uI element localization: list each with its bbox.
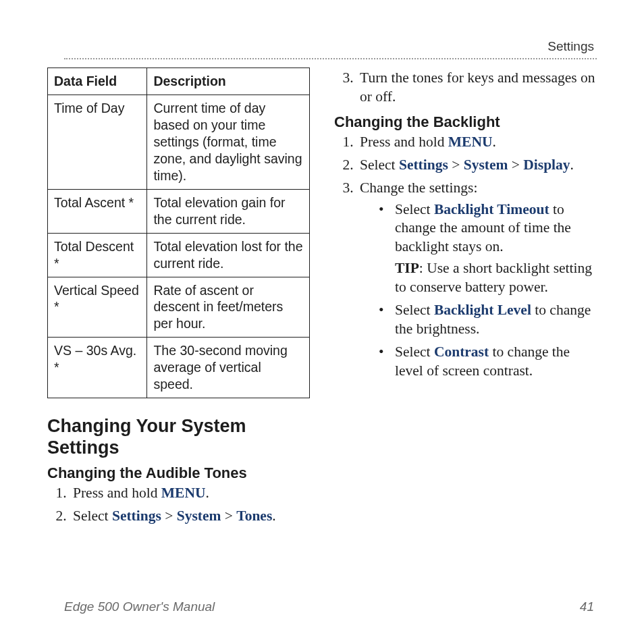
table-header-row: Data Field Description: [48, 68, 310, 95]
menu-keyword: MENU: [161, 485, 206, 501]
step-text: .: [272, 508, 275, 524]
display-keyword: Display: [523, 157, 570, 173]
settings-keyword: Settings: [399, 157, 448, 173]
manual-page: Settings Data Field Description Time of …: [0, 0, 644, 644]
menu-keyword: MENU: [448, 134, 493, 150]
tones-keyword: Tones: [236, 508, 272, 524]
backlight-timeout-keyword: Backlight Timeout: [434, 201, 549, 217]
cell-field: Total Ascent *: [48, 189, 147, 233]
cell-field: Time of Day: [48, 95, 147, 189]
step-text: Turn the tones for keys and messages on …: [360, 70, 595, 105]
system-keyword: System: [177, 508, 221, 524]
contrast-keyword: Contrast: [434, 344, 489, 360]
header-divider: [64, 58, 597, 59]
tip-note: TIP: Use a short backlight setting to co…: [395, 259, 597, 297]
table-row: Total Descent * Total elevation lost for…: [48, 233, 310, 277]
table-row: VS – 30s Avg. * The 30-second moving ave…: [48, 338, 310, 398]
backlight-steps: Press and hold MENU. Select Settings > S…: [334, 133, 597, 381]
step-text: Press and hold: [73, 485, 161, 501]
step-text: .: [492, 134, 495, 150]
bullet-text: Select: [395, 344, 434, 360]
backlight-level-keyword: Backlight Level: [434, 302, 531, 318]
footer-page-number: 41: [580, 599, 594, 614]
list-item: Select Contrast to change the level of s…: [379, 343, 597, 381]
step-text: >: [508, 157, 523, 173]
step-item: Change the settings: Select Backlight Ti…: [357, 179, 597, 381]
running-header: Settings: [547, 39, 594, 54]
tones-steps: Press and hold MENU. Select Settings > S…: [47, 484, 310, 526]
system-keyword: System: [464, 157, 508, 173]
heading-backlight: Changing the Backlight: [334, 113, 597, 132]
bullet-text: Select: [395, 201, 434, 217]
step-text: .: [570, 157, 574, 173]
step-text: .: [205, 485, 209, 501]
tip-label: TIP: [395, 260, 419, 276]
backlight-options: Select Backlight Timeout to change the a…: [360, 200, 597, 381]
settings-keyword: Settings: [112, 508, 161, 524]
page-footer: Edge 500 Owner's Manual 41: [64, 599, 594, 614]
step-text: Press and hold: [360, 134, 448, 150]
cell-field: Vertical Speed *: [48, 277, 147, 338]
step-text: Select: [73, 508, 112, 524]
cell-desc: Total elevation lost for the current rid…: [147, 233, 310, 277]
bullet-text: Select: [395, 302, 434, 318]
table-row: Total Ascent * Total elevation gain for …: [48, 189, 310, 233]
th-description: Description: [147, 68, 310, 95]
list-item: Select Backlight Level to change the bri…: [379, 301, 597, 339]
step-text: >: [448, 157, 464, 173]
running-header-text: Settings: [547, 39, 594, 53]
cell-desc: Total elevation gain for the current rid…: [147, 189, 310, 233]
table-row: Vertical Speed * Rate of ascent or desce…: [48, 277, 310, 338]
list-item: Select Backlight Timeout to change the a…: [379, 200, 597, 298]
right-column: Turn the tones for keys and messages on …: [334, 68, 597, 533]
cell-desc: Current time of day based on your time s…: [147, 95, 310, 189]
cell-desc: Rate of ascent or descent in feet/meters…: [147, 277, 310, 338]
heading-system-settings: Changing Your System Settings: [47, 416, 310, 459]
step-text: Select: [360, 157, 399, 173]
cell-desc: The 30-second moving average of vertical…: [147, 338, 310, 398]
table-row: Time of Day Current time of day based on…: [48, 95, 310, 189]
th-data-field: Data Field: [48, 68, 147, 95]
step-text: >: [161, 508, 177, 524]
footer-title: Edge 500 Owner's Manual: [64, 599, 215, 614]
content-columns: Data Field Description Time of Day Curre…: [47, 68, 597, 533]
step-item: Select Settings > System > Tones.: [70, 507, 310, 526]
tip-body: : Use a short backlight setting to conse…: [395, 260, 592, 295]
step-item: Turn the tones for keys and messages on …: [357, 69, 597, 107]
step-item: Select Settings > System > Display.: [357, 156, 597, 175]
left-column: Data Field Description Time of Day Curre…: [47, 68, 310, 533]
step-text: >: [221, 508, 236, 524]
cell-field: VS – 30s Avg. *: [48, 338, 147, 398]
cell-field: Total Descent *: [48, 233, 147, 277]
step-text: Change the settings:: [360, 180, 477, 196]
tones-steps-cont: Turn the tones for keys and messages on …: [334, 69, 597, 107]
step-item: Press and hold MENU.: [357, 133, 597, 152]
data-field-table: Data Field Description Time of Day Curre…: [47, 68, 310, 398]
heading-audible-tones: Changing the Audible Tones: [47, 464, 310, 483]
step-item: Press and hold MENU.: [70, 484, 310, 503]
